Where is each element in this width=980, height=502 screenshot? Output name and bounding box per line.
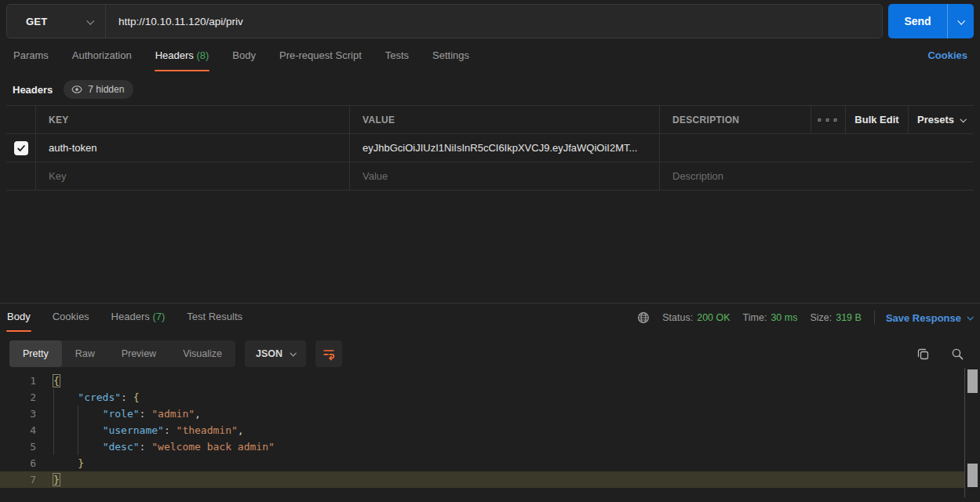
headers-section-title: Headers bbox=[13, 84, 53, 96]
response-tab-body[interactable]: Body bbox=[6, 311, 31, 332]
tab-authorization[interactable]: Authorization bbox=[71, 46, 133, 71]
size-badge: Size:319 B bbox=[810, 312, 861, 323]
chevron-down-icon bbox=[290, 350, 296, 356]
code-line[interactable]: 6 } bbox=[0, 455, 964, 471]
tab-tests[interactable]: Tests bbox=[384, 46, 410, 71]
wrap-lines-icon bbox=[322, 347, 336, 361]
row-checkbox-cell bbox=[6, 134, 35, 162]
header-key-cell[interactable]: auth-token bbox=[35, 134, 349, 162]
tab-body[interactable]: Body bbox=[231, 46, 257, 71]
url-container: GET bbox=[6, 4, 883, 38]
empty-space bbox=[0, 191, 980, 303]
line-number: 3 bbox=[0, 406, 36, 422]
response-tabbar: Body Cookies Headers (7) Test Results St… bbox=[0, 304, 980, 333]
copy-icon[interactable] bbox=[916, 347, 930, 361]
new-value-input[interactable] bbox=[362, 170, 659, 182]
header-row-auth-token: auth-token eyJhbGciOiJIUzI1NiIsInR5cCI6I… bbox=[6, 134, 974, 162]
code-line[interactable]: 2 "creds": { bbox=[0, 389, 964, 406]
line-number: 5 bbox=[0, 438, 36, 455]
headers-subbar: Headers 7 hidden bbox=[0, 74, 980, 105]
view-tab-pretty[interactable]: Pretty bbox=[9, 340, 62, 367]
headers-count: (8) bbox=[196, 49, 209, 61]
scrollbar-thumb[interactable] bbox=[967, 369, 978, 393]
table-header-row: KEY VALUE DESCRIPTION ∘∘∘ Bulk Edit Pres… bbox=[6, 106, 974, 134]
view-mode-segment: Pretty Raw Preview Visualize bbox=[9, 340, 235, 367]
network-globe-icon[interactable] bbox=[637, 311, 650, 324]
response-meta: Status:200 OK Time:30 ms Size:319 B Save… bbox=[637, 311, 972, 325]
checkbox-column-spacer bbox=[6, 106, 35, 133]
new-description-input[interactable] bbox=[672, 170, 974, 182]
cookies-link[interactable]: Cookies bbox=[927, 46, 967, 61]
more-options-icon: ∘∘∘ bbox=[816, 114, 840, 126]
view-tab-raw[interactable]: Raw bbox=[62, 340, 108, 367]
response-tab-headers[interactable]: Headers (7) bbox=[111, 311, 166, 332]
row-checkbox[interactable] bbox=[14, 141, 28, 155]
line-number: 1 bbox=[0, 373, 36, 389]
status-badge: Status:200 OK bbox=[662, 312, 730, 323]
column-description: DESCRIPTION bbox=[659, 106, 811, 133]
send-button[interactable]: Send bbox=[888, 4, 974, 38]
chevron-down-icon bbox=[86, 16, 94, 24]
line-number: 6 bbox=[0, 455, 36, 471]
response-tools bbox=[916, 347, 964, 361]
divider bbox=[874, 311, 875, 325]
eye-icon bbox=[71, 84, 82, 95]
request-bar: GET Send bbox=[0, 0, 980, 38]
row-checkbox-cell bbox=[6, 162, 35, 190]
new-header-row bbox=[6, 162, 974, 191]
chevron-down-icon bbox=[957, 16, 965, 24]
header-value-cell[interactable]: eyJhbGciOiJIUzI1NiIsInR5cCI6IkpXVCJ9.eyJ… bbox=[349, 134, 659, 162]
chevron-down-icon bbox=[967, 314, 973, 320]
wrap-lines-button[interactable] bbox=[315, 340, 342, 367]
response-tab-test-results[interactable]: Test Results bbox=[186, 311, 243, 332]
code-lines: 1{2 "creds": {3 "role": "admin",4 "usern… bbox=[0, 368, 980, 488]
bulk-edit-button[interactable]: Bulk Edit bbox=[845, 106, 908, 133]
line-number: 4 bbox=[0, 422, 36, 438]
code-editor[interactable]: 1{2 "creds": {3 "role": "admin",4 "usern… bbox=[0, 368, 980, 497]
indent-guide bbox=[78, 406, 78, 455]
response-tab-cookies[interactable]: Cookies bbox=[52, 311, 90, 332]
url-input[interactable] bbox=[106, 5, 882, 38]
method-label: GET bbox=[26, 16, 47, 27]
response-panel: Body Cookies Headers (7) Test Results St… bbox=[0, 303, 980, 497]
check-icon bbox=[16, 144, 26, 153]
scrollbar-mark[interactable] bbox=[967, 464, 978, 487]
code-line[interactable]: 5 "desc": "welcome back admin" bbox=[0, 438, 964, 455]
new-key-cell bbox=[35, 162, 349, 190]
header-description-cell[interactable] bbox=[659, 134, 974, 162]
tab-headers[interactable]: Headers (8) bbox=[155, 46, 210, 71]
view-tab-visualize[interactable]: Visualize bbox=[169, 340, 235, 367]
code-line[interactable]: 3 "role": "admin", bbox=[0, 406, 964, 422]
new-description-cell bbox=[659, 162, 974, 190]
request-tabs: Params Authorization Headers (8) Body Pr… bbox=[0, 38, 980, 74]
scrollbar-track bbox=[964, 368, 965, 497]
line-number: 7 bbox=[0, 471, 36, 488]
presets-dropdown[interactable]: Presets bbox=[908, 106, 974, 133]
send-options-button[interactable] bbox=[948, 4, 974, 38]
indent-guide bbox=[53, 389, 54, 455]
response-view-toolbar: Pretty Raw Preview Visualize JSON bbox=[0, 333, 980, 368]
view-tab-preview[interactable]: Preview bbox=[108, 340, 169, 367]
chevron-down-icon bbox=[960, 116, 966, 122]
response-headers-count: (7) bbox=[152, 311, 165, 322]
format-dropdown[interactable]: JSON bbox=[245, 340, 306, 367]
hidden-headers-label: 7 hidden bbox=[88, 84, 124, 95]
line-number: 2 bbox=[0, 389, 36, 406]
new-key-input[interactable] bbox=[49, 170, 349, 182]
column-value: VALUE bbox=[349, 106, 659, 133]
tab-settings[interactable]: Settings bbox=[432, 46, 470, 71]
tab-params[interactable]: Params bbox=[13, 46, 49, 71]
code-line[interactable]: 7} bbox=[0, 471, 964, 488]
new-value-cell bbox=[349, 162, 659, 190]
postman-app: GET Send Params Authorization Headers (8… bbox=[0, 0, 980, 502]
search-icon[interactable] bbox=[951, 347, 964, 361]
method-dropdown[interactable]: GET bbox=[7, 5, 106, 38]
time-badge: Time:30 ms bbox=[743, 312, 798, 323]
send-label[interactable]: Send bbox=[888, 4, 948, 38]
tab-pre-request-script[interactable]: Pre-request Script bbox=[279, 46, 362, 71]
code-line[interactable]: 1{ bbox=[0, 373, 964, 389]
more-options-button[interactable]: ∘∘∘ bbox=[811, 106, 845, 133]
code-line[interactable]: 4 "username": "theadmin", bbox=[0, 422, 964, 438]
hidden-headers-toggle[interactable]: 7 hidden bbox=[64, 80, 133, 99]
save-response-button[interactable]: Save Response bbox=[886, 312, 972, 324]
